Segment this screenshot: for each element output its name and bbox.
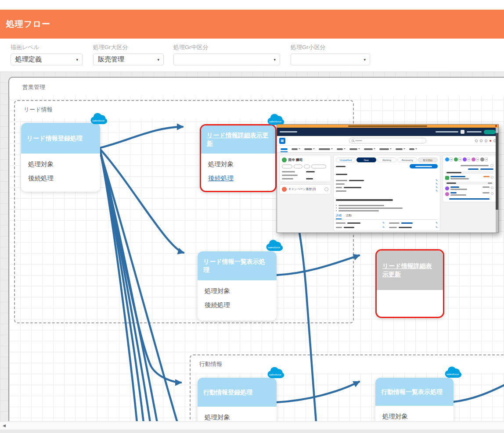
filter-label: 処理Gr中区分 [173, 43, 280, 51]
task-icon [445, 176, 449, 180]
chevron-down-icon: ▾ [76, 57, 78, 61]
salesforce-logo-icon: salesforce [266, 366, 284, 380]
card-body: 処理対象 [198, 407, 277, 421]
card-lead-detail-update-2[interactable]: リード情報詳細表示更新 [375, 249, 444, 318]
card-body: 処理対象 後続処理 [201, 154, 275, 183]
gr-middle-select[interactable]: ▾ [173, 54, 280, 65]
card-body: 処理対象 後続処理 [21, 154, 100, 183]
card-activity-register[interactable]: 行動情報登録処理 処理対象 [198, 378, 277, 421]
card-activity-list[interactable]: 行動情報一覧表示処理 処理対象 [375, 378, 454, 421]
filter-gr-major: 処理Gr大区分 販売管理 ▾ [93, 43, 164, 65]
search-input [349, 138, 426, 143]
card-header: リード情報登録処理 [21, 123, 100, 154]
app-launcher-icon: ▦ [279, 138, 285, 144]
card-lead-list[interactable]: リード情報一覧表示処理 処理対象 後続処理 [198, 251, 277, 321]
select-value: 処理定義 [15, 55, 42, 64]
salesforce-screenshot-popup: ▦ [277, 124, 499, 233]
filter-gr-minor: 処理Gr小区分 ▾ [291, 43, 370, 65]
card-item: 処理対象 [28, 160, 93, 168]
sf-global-header [277, 128, 498, 136]
card-body: 処理対象 [375, 406, 454, 421]
event-icon [445, 186, 449, 190]
popup-vertical-scrollbar [496, 128, 498, 233]
filter-bar: 描画レベル 処理定義 ▾ 処理Gr大区分 販売管理 ▾ 処理Gr中区分 ▾ 処理… [0, 39, 504, 72]
drawing-level-select[interactable]: 処理定義 ▾ [11, 54, 83, 65]
card-title: リード情報一覧表示処理 [203, 258, 271, 274]
svg-text:salesforce: salesforce [268, 246, 280, 249]
bottom-strip [0, 429, 504, 433]
card-item: 処理対象 [205, 413, 270, 421]
card-item: 処理対象 [208, 160, 268, 168]
sf-lead-summary: 田中 獅司 [279, 155, 331, 182]
page-header: 処理フロー [0, 10, 504, 39]
sf-campaign-panel: キャンペーン履歴 (0) [279, 184, 331, 194]
sf-sales-path: Unqualified New Working Reviewing 取引開始 [336, 157, 438, 162]
svg-text:salesforce: salesforce [269, 120, 281, 123]
call-action-icon [454, 157, 458, 161]
card-item: 後続処理 [205, 301, 270, 309]
card-header: 行動情報一覧表示処理 [375, 378, 454, 406]
more-action-icon [480, 157, 484, 161]
page-title: 処理フロー [6, 18, 50, 30]
task-action-icon [472, 157, 475, 161]
filter-label: 処理Gr大区分 [93, 43, 164, 51]
chevron-down-icon: ▾ [364, 57, 366, 61]
card-body: 処理対象 後続処理 [198, 280, 277, 309]
sf-utility-bar: ▦ [277, 136, 498, 146]
card-item: 後続処理 [28, 174, 93, 183]
chevron-down-icon: ▾ [157, 57, 159, 61]
card-title-link[interactable]: リード情報詳細表示更新 [207, 131, 270, 148]
campaign-icon [282, 187, 287, 192]
card-body [377, 290, 443, 297]
help-icon [475, 140, 478, 142]
lead-name: 田中 獅司 [288, 158, 302, 162]
log-icon [445, 192, 449, 196]
card-lead-detail-update[interactable]: リード情報詳細表示更新 処理対象 後続処理 [200, 124, 277, 192]
card-header: リード情報詳細表示更新 [201, 125, 275, 154]
gr-major-select[interactable]: 販売管理 ▾ [93, 54, 164, 65]
flow-canvas[interactable]: 営業管理 リード情報 行動情報 [0, 72, 504, 421]
sf-detail-panel: Unqualified New Working Reviewing 取引開始 ✎… [333, 155, 440, 231]
filter-label: 描画レベル [11, 43, 83, 51]
svg-text:salesforce: salesforce [92, 119, 104, 122]
select-value: 販売管理 [98, 55, 124, 64]
card-header: 行動情報登録処理 [198, 378, 277, 407]
lead-icon [282, 157, 287, 162]
mark-status-button [410, 164, 438, 168]
salesforce-logo-icon: salesforce [89, 112, 108, 126]
card-item-link[interactable]: 後続処理 [208, 174, 268, 183]
page: 処理フロー 描画レベル 処理定義 ▾ 処理Gr大区分 販売管理 ▾ 処理Gr中区… [0, 0, 504, 433]
sf-activity-panel [443, 155, 496, 202]
svg-text:salesforce: salesforce [269, 373, 281, 376]
card-header: リード情報一覧表示処理 [198, 251, 277, 280]
setup-icon [480, 140, 482, 142]
filter-label: 処理Gr小区分 [291, 43, 370, 51]
salesforce-logo-icon: salesforce [443, 365, 462, 380]
campaign-label: キャンペーン履歴 (0) [288, 187, 316, 191]
event-action-icon [463, 157, 467, 161]
card-item: 処理対象 [382, 412, 446, 421]
card-title: 行動情報登録処理 [203, 388, 252, 397]
salesforce-logo-icon: salesforce [265, 239, 283, 253]
sf-record-tabs: 詳細 活動 [336, 214, 438, 220]
gr-minor-select[interactable]: ▾ [291, 54, 370, 65]
card-title: 行動情報一覧表示処理 [381, 388, 443, 396]
filter-gr-middle: 処理Gr中区分 ▾ [173, 43, 280, 65]
notifications-icon [485, 140, 487, 142]
close-icon [495, 125, 497, 127]
search-icon [352, 140, 354, 142]
card-header: リード情報詳細表示更新 [377, 250, 443, 290]
card-item: 処理対象 [205, 287, 270, 295]
card-title: リード情報登録処理 [27, 134, 83, 143]
chevron-down-icon: ▾ [274, 57, 276, 61]
notification-badge [490, 140, 491, 142]
svg-text:salesforce: salesforce [446, 372, 459, 376]
sf-nav-tabs [277, 146, 498, 153]
avatar [461, 130, 464, 134]
filter-drawing-level: 描画レベル 処理定義 ▾ [11, 43, 83, 65]
card-lead-register[interactable]: リード情報登録処理 処理対象 後続処理 [21, 123, 100, 192]
horizontal-scrollbar[interactable]: ◀ [0, 421, 504, 429]
scroll-left-icon[interactable]: ◀ [3, 423, 6, 428]
email-action-icon [445, 157, 449, 161]
card-title-link[interactable]: リード情報詳細表示更新 [382, 262, 437, 279]
